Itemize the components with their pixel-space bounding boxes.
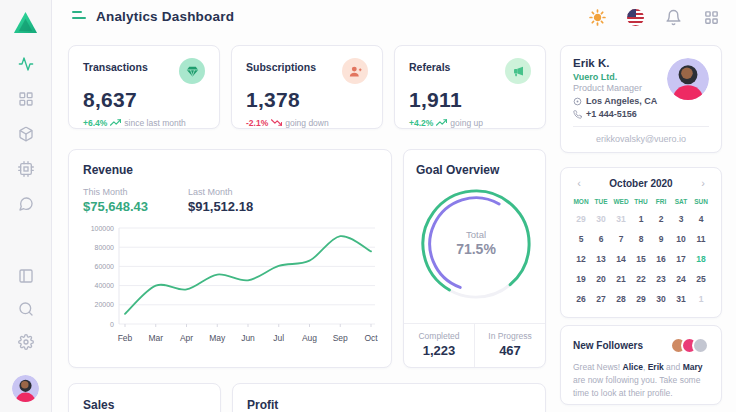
calendar-day[interactable]: 20 <box>591 269 611 289</box>
trend-up-icon <box>436 117 447 128</box>
chat-icon[interactable] <box>18 196 34 212</box>
stat-card: Subscriptions 1,378 -2.1% going down <box>231 45 383 129</box>
cpu-icon[interactable] <box>18 161 34 177</box>
calendar-weekday: MON <box>571 195 591 209</box>
calendar-day[interactable]: 29 <box>571 209 591 229</box>
calendar-prev-icon[interactable]: ‹ <box>573 177 585 189</box>
calendar-day[interactable]: 22 <box>631 269 651 289</box>
profile-email[interactable]: erikkovalsky@vuero.io <box>573 126 709 152</box>
calendar-card: ‹ October 2020 › MONTUEWEDTHUFRISATSUN29… <box>560 167 722 318</box>
revenue-chart: 020000400006000080000100000FebMarAprMayJ… <box>83 220 379 354</box>
user-plus-icon <box>342 58 368 84</box>
stat-delta: +4.2% going up <box>409 117 531 128</box>
follower-avatar[interactable] <box>692 337 709 354</box>
calendar-day[interactable]: 18 <box>691 249 711 269</box>
profile-card: Erik K. Vuero Ltd. Product Manager Los A… <box>560 45 722 153</box>
stat-delta: +6.4% since last month <box>83 117 205 128</box>
calendar-day[interactable]: 9 <box>651 229 671 249</box>
calendar-day[interactable]: 12 <box>571 249 591 269</box>
calendar-day[interactable]: 24 <box>671 269 691 289</box>
top-bar: Analytics Dashboard <box>52 0 736 34</box>
goal-title: Goal Overview <box>416 163 533 177</box>
gem-icon <box>179 58 205 84</box>
stat-label: Referals <box>409 58 450 73</box>
stat-card: Transactions 8,637 +6.4% since last mont… <box>68 45 220 129</box>
profile-phone: +1 444-5156 <box>573 109 709 119</box>
calendar-next-icon[interactable]: › <box>697 177 709 189</box>
calendar-day[interactable]: 30 <box>651 289 671 309</box>
calendar-day[interactable]: 30 <box>591 209 611 229</box>
calendar-day[interactable]: 8 <box>631 229 651 249</box>
stat-label: Subscriptions <box>246 58 316 73</box>
location-icon <box>573 97 582 106</box>
gauge-total-value: 71.5% <box>416 241 536 257</box>
menu-toggle-icon[interactable] <box>72 11 86 23</box>
svg-text:Aug: Aug <box>302 333 317 343</box>
calendar-day[interactable]: 7 <box>611 229 631 249</box>
svg-text:20000: 20000 <box>95 301 115 308</box>
followers-message: Great News! Alice, Erik and Mary are now… <box>573 361 709 399</box>
sales-card: Sales <box>68 383 221 412</box>
calendar-day[interactable]: 10 <box>671 229 691 249</box>
calendar-day[interactable]: 19 <box>571 269 591 289</box>
calendar-weekday: SUN <box>691 195 711 209</box>
search-icon[interactable] <box>18 301 34 317</box>
calendar-month: October 2020 <box>609 178 672 189</box>
calendar-day[interactable]: 25 <box>691 269 711 289</box>
calendar-day[interactable]: 11 <box>691 229 711 249</box>
calendar-day[interactable]: 17 <box>671 249 691 269</box>
calendar-day[interactable]: 5 <box>571 229 591 249</box>
language-flag-icon[interactable] <box>627 9 644 26</box>
calendar-weekday: SAT <box>671 195 691 209</box>
calendar-day[interactable]: 23 <box>651 269 671 289</box>
goal-overview-card: Goal Overview Total 71.5% Completed 1,22… <box>403 149 546 368</box>
trend-down-icon <box>271 117 282 128</box>
calendar-day[interactable]: 4 <box>691 209 711 229</box>
calendar-grid: MONTUEWEDTHUFRISATSUN2930311234567891011… <box>571 195 711 309</box>
calendar-day[interactable]: 16 <box>651 249 671 269</box>
calendar-day[interactable]: 27 <box>591 289 611 309</box>
calendar-day[interactable]: 26 <box>571 289 591 309</box>
stat-card: Referals 1,911 +4.2% going up <box>394 45 546 129</box>
followers-title: New Followers <box>573 340 643 351</box>
revenue-this-month: This Month $75,648.43 <box>83 187 148 214</box>
box-icon[interactable] <box>18 126 34 142</box>
gauge-center: Total 71.5% <box>416 229 536 257</box>
stat-value: 1,911 <box>409 88 531 112</box>
calendar-day[interactable]: 31 <box>611 209 631 229</box>
vuero-logo-icon[interactable] <box>12 9 39 36</box>
activity-icon[interactable] <box>18 56 34 72</box>
theme-sun-icon[interactable] <box>589 9 606 26</box>
new-followers-card: New Followers Great News! Alice, Erik an… <box>560 325 722 405</box>
profit-title: Profit <box>247 398 531 412</box>
calendar-day[interactable]: 1 <box>691 289 711 309</box>
calendar-day[interactable]: 2 <box>651 209 671 229</box>
apps-grid-icon[interactable] <box>703 9 720 26</box>
calendar-weekday: THU <box>631 195 651 209</box>
svg-text:May: May <box>209 333 226 343</box>
calendar-day[interactable]: 1 <box>631 209 651 229</box>
calendar-day[interactable]: 28 <box>611 289 631 309</box>
calendar-day[interactable]: 6 <box>591 229 611 249</box>
stat-value: 8,637 <box>83 88 205 112</box>
panels-icon[interactable] <box>18 268 34 284</box>
followers-avatar-stack <box>670 337 709 354</box>
megaphone-icon <box>505 58 531 84</box>
calendar-day[interactable]: 21 <box>611 269 631 289</box>
sales-title: Sales <box>83 398 206 412</box>
profit-card: Profit <box>232 383 546 412</box>
settings-icon[interactable] <box>18 334 34 350</box>
svg-text:Mar: Mar <box>148 333 163 343</box>
calendar-day[interactable]: 31 <box>671 289 691 309</box>
calendar-day[interactable]: 14 <box>611 249 631 269</box>
calendar-day[interactable]: 29 <box>631 289 651 309</box>
grid-icon[interactable] <box>18 91 34 107</box>
svg-text:Feb: Feb <box>118 333 133 343</box>
stat-delta: -2.1% going down <box>246 117 368 128</box>
user-avatar[interactable] <box>12 375 39 402</box>
calendar-day[interactable]: 15 <box>631 249 651 269</box>
notifications-bell-icon[interactable] <box>665 9 682 26</box>
calendar-day[interactable]: 13 <box>591 249 611 269</box>
calendar-day[interactable]: 3 <box>671 209 691 229</box>
profile-avatar[interactable] <box>667 58 709 100</box>
